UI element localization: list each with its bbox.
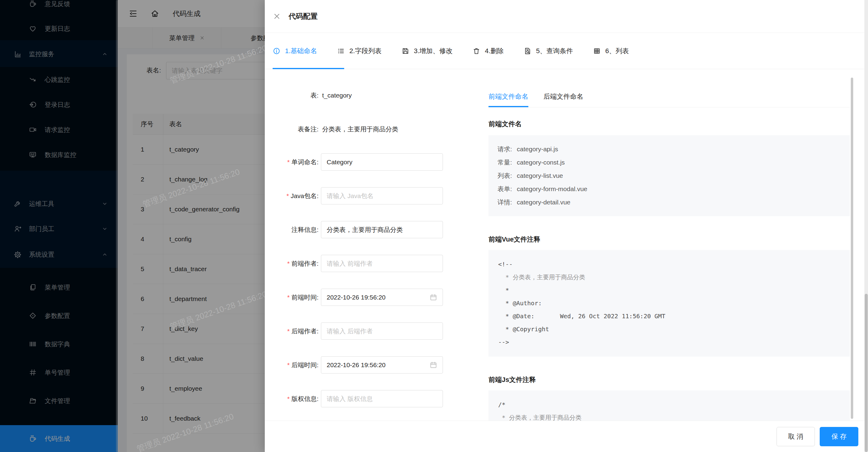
code-line: <!-- [498, 258, 840, 271]
step-label: 3.增加、修改 [414, 47, 453, 56]
save-icon [402, 47, 409, 55]
file-line: 表单: category-form-modal.vue [498, 182, 841, 195]
comment-info-input[interactable] [321, 221, 443, 238]
cancel-button[interactable]: 取 消 [777, 427, 815, 446]
code-line: /* [498, 398, 840, 411]
backend-time-label: 后端时间: [265, 356, 318, 373]
step-tabs: 1.基础命名 2.字段列表 3.增加、修改 4.删除 5、查询条件 6、列表 [265, 33, 868, 69]
code-line: * @Date: Wed, 26 Oct 2022 11:56:20 GMT [498, 310, 840, 323]
drawer-title: 代码配置 [289, 11, 318, 21]
drawer-footer: 取 消 保 存 [265, 421, 868, 452]
java-package-input[interactable] [321, 187, 443, 204]
backend-author-input[interactable] [321, 323, 443, 340]
step-tab-field-list[interactable]: 2.字段列表 [337, 47, 381, 56]
file-name-value: category-form-modal.vue [517, 182, 587, 195]
file-line: 详情: category-detail.vue [498, 195, 841, 209]
close-icon[interactable] [273, 13, 280, 20]
table-value: t_category [322, 87, 352, 104]
frontend-filenames-title: 前端文件名 [489, 120, 850, 129]
file-naming-tabs: 前端文件命名 后端文件命名 [489, 69, 850, 108]
file-name-value: category-list.vue [517, 169, 563, 182]
comment-info-label: 注释信息: [265, 221, 318, 238]
window-scrollbar-thumb[interactable] [865, 294, 868, 452]
word-naming-input[interactable] [321, 153, 443, 171]
vue-comment-code-block: <!-- * 分类表，主要用于商品分类 * * @Author: * @Date… [489, 250, 850, 357]
drawer-header: 代码配置 [265, 0, 868, 33]
step-label: 1.基础命名 [285, 47, 317, 56]
save-button[interactable]: 保 存 [820, 427, 858, 446]
step-tab-add-modify[interactable]: 3.增加、修改 [402, 47, 453, 56]
file-name-value: category-const.js [517, 156, 565, 169]
java-package-label: Java包名: [265, 187, 318, 204]
file-line: 列表: category-list.vue [498, 169, 841, 182]
file-name-value: category-api.js [517, 143, 558, 156]
file-kind-label: 详情: [498, 195, 512, 209]
step-label: 2.字段列表 [349, 47, 381, 56]
step-label: 5、查询条件 [536, 47, 573, 56]
file-line: 常量: category-const.js [498, 156, 841, 169]
drawer-mask-overlay[interactable] [0, 0, 265, 452]
drawer-body: 表: t_category 表备注: 分类表，主要用于商品分类 单词命名: Ja… [265, 69, 868, 421]
code-line: * 分类表，主要用于商品分类 [498, 411, 840, 421]
copyright-input[interactable] [321, 390, 443, 407]
file-line: 请求: category-api.js [498, 143, 841, 156]
step-tab-delete[interactable]: 4.删除 [472, 47, 504, 56]
step-tab-list[interactable]: 6、列表 [593, 47, 629, 56]
step-label: 4.删除 [485, 47, 504, 56]
trash-icon [472, 47, 480, 55]
file-search-icon [524, 47, 531, 55]
window-scrollbar-track[interactable] [864, 0, 868, 452]
code-line: * @Copyright [498, 323, 840, 336]
copyright-label: 版权信息: [265, 390, 318, 407]
frontend-author-label: 前端作者: [265, 255, 318, 272]
table-grid-icon [593, 47, 601, 55]
code-line: --> [498, 336, 840, 349]
frontend-author-input[interactable] [321, 255, 443, 272]
tab-frontend-file-naming[interactable]: 前端文件命名 [489, 92, 528, 107]
step-tab-basic-naming[interactable]: 1.基础命名 [273, 47, 317, 56]
file-kind-label: 列表: [498, 169, 512, 182]
word-naming-label: 单词命名: [265, 153, 318, 171]
file-naming-panel: 前端文件命名 后端文件命名 前端文件名 请求: category-api.js … [489, 69, 850, 421]
file-name-value: category-detail.vue [517, 195, 570, 209]
js-comment-title: 前端Js文件注释 [489, 375, 850, 384]
table-remark-value: 分类表，主要用于商品分类 [322, 120, 398, 138]
step-tab-query-conditions[interactable]: 5、查询条件 [524, 47, 573, 56]
file-kind-label: 常量: [498, 156, 512, 169]
file-kind-label: 表单: [498, 182, 512, 195]
drawer-content-scrollbar[interactable] [851, 78, 853, 419]
vue-comment-title: 前端Vue文件注释 [489, 235, 850, 244]
list-icon [337, 47, 345, 55]
code-line: * 分类表，主要用于商品分类 [498, 271, 840, 284]
code-line: * [498, 284, 840, 297]
step-label: 6、列表 [605, 47, 629, 56]
frontend-time-label: 前端时间: [265, 289, 318, 306]
table-label: 表: [265, 87, 318, 104]
code-line: * @Author: [498, 297, 840, 310]
info-circle-icon [273, 47, 280, 55]
js-comment-code-block: /* * 分类表，主要用于商品分类 * * @Author: [489, 390, 850, 421]
code-config-drawer: 代码配置 1.基础命名 2.字段列表 3.增加、修改 4.删除 5、查询条件 6… [265, 0, 868, 452]
file-kind-label: 请求: [498, 143, 512, 156]
frontend-filenames-box: 请求: category-api.js 常量: category-const.j… [489, 135, 850, 216]
tab-backend-file-naming[interactable]: 后端文件命名 [544, 92, 583, 107]
frontend-time-input[interactable] [321, 289, 443, 306]
backend-time-input[interactable] [321, 356, 443, 373]
basic-naming-form: 表: t_category 表备注: 分类表，主要用于商品分类 单词命名: Ja… [265, 69, 488, 421]
table-remark-label: 表备注: [265, 120, 318, 138]
backend-author-label: 后端作者: [265, 323, 318, 340]
